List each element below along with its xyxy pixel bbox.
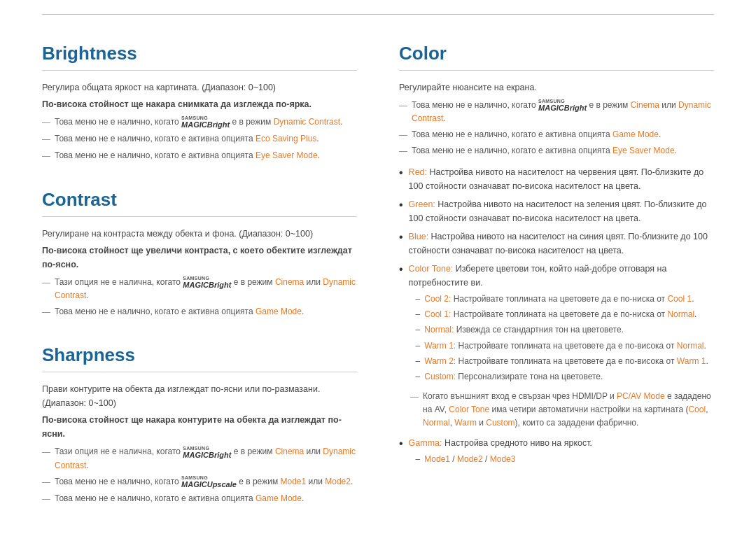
magic-bright-brand: SAMSUNGMAGICBright xyxy=(181,115,230,129)
note-dash: — xyxy=(42,150,50,163)
contrast-note1: — Тази опция не е налична, когато SAMSUN… xyxy=(42,276,357,303)
game-mode-link: Game Mode xyxy=(255,307,302,316)
sharpness-para2: По-висока стойност ще накара контурите н… xyxy=(42,413,357,441)
sub-cool1: – Cool 1: Настройвате топлината на цвето… xyxy=(416,308,714,321)
eye-saver-link: Eye Saver Mode xyxy=(255,150,318,160)
color-title: Color xyxy=(399,43,714,71)
contrast-note2: — Това меню не е налично, когато е актив… xyxy=(42,305,357,319)
left-column: Brightness Регулира общата яркост на кар… xyxy=(42,43,357,531)
gamma-subitems: – Mode1 / Mode2 / Mode3 xyxy=(409,453,592,466)
bullet-blue: • Blue: Настройва нивото на насителост н… xyxy=(399,230,714,258)
sharpness-note2: — Това меню не е налично, когато SAMSUNG… xyxy=(42,475,357,489)
brightness-note3: — Това меню не е налично, когато е актив… xyxy=(42,149,357,163)
cinema-color-link: Cinema xyxy=(631,100,659,110)
sub-cool2: – Cool 2: Настройвате топлината на цвето… xyxy=(416,293,714,306)
bullet-red: • Red: Настройва нивото на насителост на… xyxy=(399,165,714,193)
note-dash: — xyxy=(42,476,50,489)
magic-bright-color: SAMSUNGMAGICBright xyxy=(538,99,587,112)
mode2-link: Mode2 xyxy=(325,477,351,486)
eco-saving-link: Eco Saving Plus xyxy=(255,134,316,143)
sharpness-note3: — Това меню не е налично, когато е актив… xyxy=(42,492,357,506)
sharpness-section: Sharpness Прави контурите на обекта да и… xyxy=(42,344,357,506)
brightness-section: Brightness Регулира общата яркост на кар… xyxy=(42,43,357,164)
sub-modes: – Mode1 / Mode2 / Mode3 xyxy=(416,453,592,466)
contrast-para1: Регулиране на контраста между обекта и ф… xyxy=(42,227,357,241)
color-tone-subitems: – Cool 2: Настройвате топлината на цвето… xyxy=(409,293,714,384)
hdmi-note: — Когато външният вход е свързан чрез HD… xyxy=(410,390,714,430)
bullet-color-tone: • Color Tone: Изберете цветови тон, койт… xyxy=(399,262,714,386)
note-dash: — xyxy=(42,133,50,146)
note-dash: — xyxy=(42,116,50,129)
note-dash: — xyxy=(42,493,50,506)
game-mode-color-link: Game Mode xyxy=(612,129,659,139)
brightness-note1: — Това меню не е налично, когато SAMSUNG… xyxy=(42,115,357,129)
color-note1: — Това меню не е налично, когато SAMSUNG… xyxy=(399,99,714,126)
mode1-link: Mode1 xyxy=(280,477,306,486)
magic-bright-brand2: SAMSUNGMAGICBright xyxy=(183,276,231,289)
color-para1: Регулирайте нюансите на екрана. xyxy=(399,80,714,94)
sharpness-note1: — Тази опция не е налична, когато SAMSUN… xyxy=(42,445,357,472)
contrast-title: Contrast xyxy=(42,189,357,217)
bullet-green: • Green: Настройва нивото на насителост … xyxy=(399,197,714,225)
color-note3: — Това меню не е налично, когато е актив… xyxy=(399,144,714,158)
sub-warm2: – Warm 2: Настройвате топлината на цвето… xyxy=(416,355,714,368)
eye-saver-color-link: Eye Saver Mode xyxy=(612,146,675,155)
brightness-para2: По-висока стойност ще накара снимката да… xyxy=(42,97,357,111)
brightness-para1: Регулира общата яркост на картината. (Ди… xyxy=(42,80,357,94)
sharpness-para1: Прави контурите на обекта да изглеждат п… xyxy=(42,382,357,410)
brightness-note2: — Това меню не е налично, когато е актив… xyxy=(42,132,357,146)
color-section: Color Регулирайте нюансите на екрана. — … xyxy=(399,43,714,468)
contrast-body: Регулиране на контраста между обекта и ф… xyxy=(42,227,357,320)
sub-custom: – Custom: Персонализирате тона на цветов… xyxy=(416,370,714,384)
bullet-gamma: • Gamma: Настройва средното ниво на ярко… xyxy=(399,436,714,468)
color-body: Регулирайте нюансите на екрана. — Това м… xyxy=(399,80,714,468)
right-column: Color Регулирайте нюансите на екрана. — … xyxy=(399,43,714,531)
sub-warm1: – Warm 1: Настройвате топлината на цвето… xyxy=(416,339,714,353)
magic-upscale-brand: SAMSUNGMAGICUpscale xyxy=(181,475,237,489)
brightness-body: Регулира общата яркост на картината. (Ди… xyxy=(42,80,357,164)
color-note2: — Това меню не е налично, когато е актив… xyxy=(399,128,714,142)
game-mode-link2: Game Mode xyxy=(255,493,302,503)
sharpness-body: Прави контурите на обекта да изглеждат п… xyxy=(42,382,357,506)
color-bullet-list: • Red: Настройва нивото на насителост на… xyxy=(399,165,714,468)
sharpness-title: Sharpness xyxy=(42,344,357,372)
contrast-section: Contrast Регулиране на контраста между о… xyxy=(42,189,357,320)
cinema-link: Cinema xyxy=(275,277,304,287)
dynamic-contrast-link: Dynamic Contrast xyxy=(274,117,340,127)
contrast-para2: По-висока стойност ще увеличи контраста,… xyxy=(42,244,357,272)
note-dash: — xyxy=(42,306,50,319)
note-dash: — xyxy=(42,276,50,290)
note-dash: — xyxy=(42,446,50,459)
cinema-link2: Cinema xyxy=(275,447,304,456)
page-container: Brightness Регулира общата яркост на кар… xyxy=(0,15,756,534)
sub-normal: – Normal: Извежда се стандартния тон на … xyxy=(416,323,714,337)
brightness-title: Brightness xyxy=(42,43,357,71)
magic-bright-brand3: SAMSUNGMAGICBright xyxy=(183,446,231,459)
